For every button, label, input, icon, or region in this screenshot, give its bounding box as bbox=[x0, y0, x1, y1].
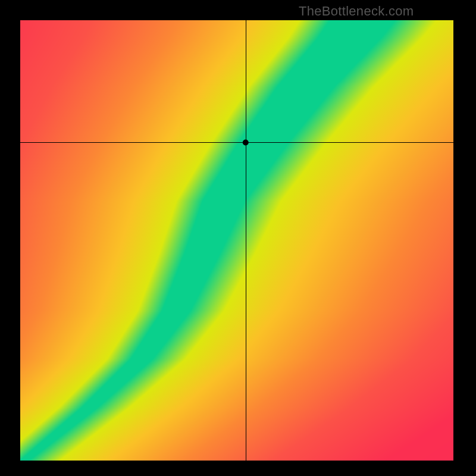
frame: TheBottleneck.com bbox=[0, 0, 476, 476]
crosshair-overlay bbox=[20, 20, 453, 461]
watermark-text: TheBottleneck.com bbox=[299, 4, 414, 19]
